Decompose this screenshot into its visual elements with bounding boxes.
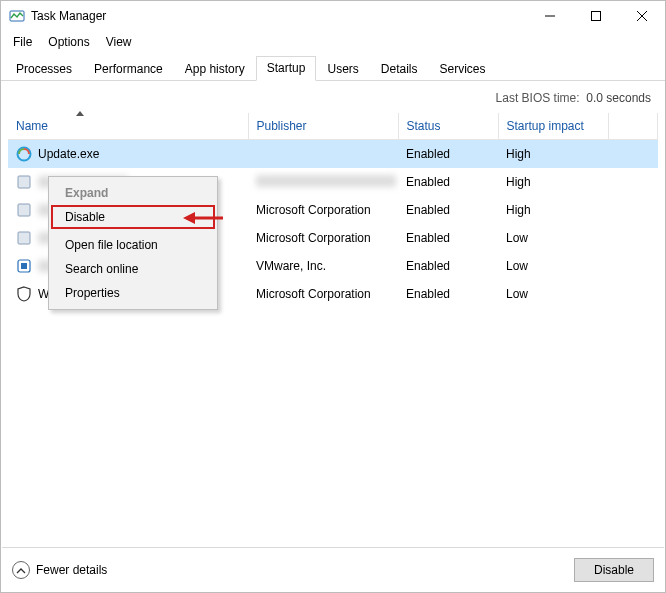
cell-impact: Low: [498, 280, 608, 308]
tab-services[interactable]: Services: [429, 57, 497, 81]
cell-status: Enabled: [398, 252, 498, 280]
svg-rect-2: [592, 12, 601, 21]
cell-extra: [608, 196, 658, 224]
close-button[interactable]: [619, 1, 665, 31]
title-bar: Task Manager: [1, 1, 665, 31]
menu-options[interactable]: Options: [40, 32, 97, 52]
disable-button[interactable]: Disable: [574, 558, 654, 582]
column-header-publisher[interactable]: Publisher: [248, 113, 398, 140]
cell-extra: [608, 224, 658, 252]
column-header-name[interactable]: Name: [8, 113, 248, 140]
cell-status: Enabled: [398, 280, 498, 308]
cell-publisher: [248, 168, 398, 196]
cell-name: Update.exe: [8, 140, 248, 169]
menu-file[interactable]: File: [5, 32, 40, 52]
bios-time-label: Last BIOS time:: [496, 91, 580, 105]
cell-publisher: [248, 140, 398, 169]
ctx-expand: Expand: [51, 181, 215, 205]
cell-publisher: Microsoft Corporation: [248, 196, 398, 224]
tab-processes[interactable]: Processes: [5, 57, 83, 81]
vmware-icon: [16, 258, 32, 274]
cell-impact: Low: [498, 252, 608, 280]
cell-impact: High: [498, 140, 608, 169]
cell-impact: Low: [498, 224, 608, 252]
fewer-details-link[interactable]: Fewer details: [12, 561, 107, 579]
svg-marker-12: [183, 212, 195, 224]
cell-publisher: VMware, Inc.: [248, 252, 398, 280]
update-icon: [16, 146, 32, 162]
chevron-up-icon: [12, 561, 30, 579]
window-title: Task Manager: [31, 9, 106, 23]
cell-extra: [608, 140, 658, 169]
menu-view[interactable]: View: [98, 32, 140, 52]
tab-performance[interactable]: Performance: [83, 57, 174, 81]
ctx-open-file-location[interactable]: Open file location: [51, 233, 215, 257]
generic-icon: [16, 230, 32, 246]
column-header-impact[interactable]: Startup impact: [498, 113, 608, 140]
tab-users[interactable]: Users: [316, 57, 369, 81]
minimize-button[interactable]: [527, 1, 573, 31]
tab-app-history[interactable]: App history: [174, 57, 256, 81]
cell-impact: High: [498, 168, 608, 196]
cell-status: Enabled: [398, 224, 498, 252]
generic-icon: [16, 202, 32, 218]
bios-time-line: Last BIOS time: 0.0 seconds: [1, 81, 665, 113]
cell-publisher: Microsoft Corporation: [248, 280, 398, 308]
tab-details[interactable]: Details: [370, 57, 429, 81]
table-header-row: Name Publisher Status Startup impact: [8, 113, 658, 140]
column-header-extra[interactable]: [608, 113, 658, 140]
cell-status: Enabled: [398, 140, 498, 169]
row-name-text: Update.exe: [38, 147, 99, 161]
cell-extra: [608, 168, 658, 196]
annotation-arrow-icon: [183, 210, 223, 226]
menu-bar: File Options View: [1, 31, 665, 53]
fewer-details-label: Fewer details: [36, 563, 107, 577]
cell-impact: High: [498, 196, 608, 224]
tab-strip: Processes Performance App history Startu…: [1, 57, 665, 81]
cell-status: Enabled: [398, 168, 498, 196]
generic-icon: [16, 174, 32, 190]
table-row[interactable]: Update.exeEnabledHigh: [8, 140, 658, 169]
task-manager-icon: [9, 8, 25, 24]
ctx-disable[interactable]: Disable: [51, 205, 215, 229]
cell-extra: [608, 280, 658, 308]
svg-rect-8: [18, 232, 30, 244]
context-menu: Expand Disable Open file location Search…: [48, 176, 218, 310]
svg-rect-6: [18, 176, 30, 188]
cell-extra: [608, 252, 658, 280]
svg-rect-10: [21, 263, 27, 269]
maximize-button[interactable]: [573, 1, 619, 31]
bios-time-value: 0.0 seconds: [586, 91, 651, 105]
svg-rect-7: [18, 204, 30, 216]
column-header-status[interactable]: Status: [398, 113, 498, 140]
ctx-properties[interactable]: Properties: [51, 281, 215, 305]
cell-publisher: Microsoft Corporation: [248, 224, 398, 252]
shield-icon: [16, 286, 32, 302]
footer-bar: Fewer details Disable: [2, 547, 664, 591]
ctx-search-online[interactable]: Search online: [51, 257, 215, 281]
cell-status: Enabled: [398, 196, 498, 224]
tab-startup[interactable]: Startup: [256, 56, 317, 81]
